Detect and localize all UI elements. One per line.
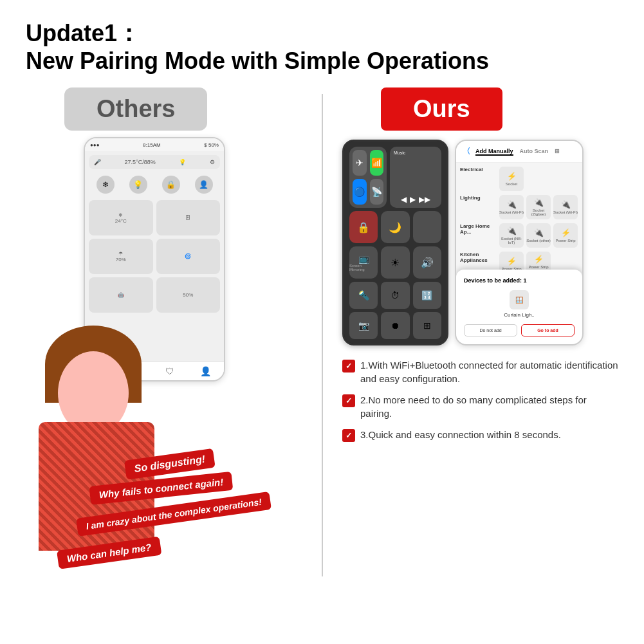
page-title: Update1： New Pairing Mode with Simple Op… xyxy=(26,19,618,75)
power-strip-item[interactable]: ⚡ Power Strip xyxy=(553,223,578,248)
checkmark-3: ✓ xyxy=(345,430,352,441)
cc-bottom-rows: 🔦 ⏱ 🔢 📷 ⏺ ⊞ xyxy=(349,282,441,339)
wifi-toggle[interactable]: 📶 xyxy=(370,150,384,176)
airplane-toggle[interactable]: ✈ xyxy=(353,150,367,176)
checkmark-2: ✓ xyxy=(345,396,352,407)
scan-icon: ⊞ xyxy=(555,148,560,156)
right-phones: ✈ 📶 🔵 📡 Music xyxy=(342,140,618,345)
next-icon[interactable]: ▶▶ xyxy=(419,195,430,204)
am-tabs: Add Manually Auto Scan ⊞ xyxy=(475,148,560,156)
page: Update1： New Pairing Mode with Simple Op… xyxy=(0,0,644,644)
calc-btn[interactable]: 🔢 xyxy=(413,282,441,309)
add-device-dialog: Devices to be added: 1 🪟 Curtain Ligh.. … xyxy=(456,270,582,344)
orientation-lock-btn[interactable]: 🔒 xyxy=(349,211,378,243)
grid-item-extra2: 50% xyxy=(156,277,221,313)
icon-ac: ❄ xyxy=(97,176,115,194)
fridge-icon: 🗄 xyxy=(185,215,190,221)
bluetooth-toggle-active[interactable]: 🔵 xyxy=(353,179,367,205)
icon-security: 🔒 xyxy=(162,176,180,194)
checkbox-1: ✓ xyxy=(342,360,355,373)
weather-text: 27.5°C/88% xyxy=(125,159,156,165)
socket-icon: ⚡ xyxy=(507,172,517,181)
network-toggles: ✈ 📶 🔵 📡 xyxy=(349,147,387,208)
am-content: Electrical ⚡ Socket Lighting xyxy=(456,163,582,284)
fan-icon: ☂ xyxy=(118,251,123,257)
power-strip2-icon: ⚡ xyxy=(507,257,517,266)
add-manually-phone: 〈 Add Manually Auto Scan ⊞ Electrical xyxy=(455,140,584,345)
phone-icons-row: ❄ 💡 🔒 👤 xyxy=(89,173,220,196)
right-side: Ours ✈ 📶 xyxy=(323,87,618,615)
socket-wifi-item[interactable]: 🔌 Socket (Wi-Fi) xyxy=(499,195,524,219)
brightness-btn[interactable]: ☀ xyxy=(381,246,409,279)
dialog-device: 🪟 Curtain Ligh.. xyxy=(464,290,575,318)
feature-text-2: 2.No more need to do so many complicated… xyxy=(360,393,618,420)
socket-item[interactable]: ⚡ Socket xyxy=(499,167,524,191)
empty-btn1 xyxy=(413,211,441,243)
grid-item-washer: 🌀 xyxy=(156,239,221,274)
socket-nblot-item[interactable]: 🔌 Socket (NB-IoT) xyxy=(499,223,524,248)
screen-mirror-btn[interactable]: 📺 Screen Mirroring xyxy=(349,246,378,279)
socket-zigbee-icon: 🔌 xyxy=(534,198,544,207)
control-center-phone: ✈ 📶 🔵 📡 Music xyxy=(342,140,448,345)
others-badge: Others xyxy=(26,87,322,137)
socket-wifi2-icon: 🔌 xyxy=(561,200,571,209)
percent-icon: 50% xyxy=(183,292,193,298)
music-widget: Music ◀ ▶ ▶▶ xyxy=(390,147,441,208)
torch-btn[interactable]: 🔦 xyxy=(349,282,378,309)
left-side: Others ●●● 8:15AM $ 50% 🎤 27.5°C/88% 💡 ⚙ xyxy=(26,87,322,615)
feature-text-1: 1.With WiFi+Bluetooth connected for auto… xyxy=(360,358,618,385)
timer-btn[interactable]: ⏱ xyxy=(381,282,409,309)
others-label: Others xyxy=(97,95,175,122)
feature-item-3: ✓ 3.Quick and easy connection within 8 s… xyxy=(342,428,618,442)
category-large: Large Home Ap... 🔌 Socket (NB-IoT) 🔌 Soc… xyxy=(460,223,578,248)
camera-btn[interactable]: 📷 xyxy=(349,312,378,339)
phone-grid: ❄ 24°C 🗄 ☂ 70% 🌀 xyxy=(89,200,220,313)
large-items: 🔌 Socket (NB-IoT) 🔌 Socket (other) ⚡ Pow xyxy=(499,223,578,248)
grid-item-fridge: 🗄 xyxy=(156,200,221,235)
socket-other-item[interactable]: 🔌 Socket (other) xyxy=(526,223,551,248)
socket-wifi2-item[interactable]: 🔌 Socket (Wi-Fi) xyxy=(553,195,578,219)
lamp-icon: 💡 xyxy=(179,159,186,165)
features-list: ✓ 1.With WiFi+Bluetooth connected for au… xyxy=(342,358,618,442)
music-label: Music xyxy=(394,151,437,155)
lighting-items: 🔌 Socket (Wi-Fi) 🔌 Socket (Zigbee) 🔌 So xyxy=(499,195,578,219)
prev-icon[interactable]: ◀ xyxy=(401,195,407,204)
tab-add-manually[interactable]: Add Manually xyxy=(475,148,513,156)
volume-btn[interactable]: 🔊 xyxy=(413,246,441,279)
main-content: Others ●●● 8:15AM $ 50% 🎤 27.5°C/88% 💡 ⚙ xyxy=(26,87,618,615)
feature-item-1: ✓ 1.With WiFi+Bluetooth connected for au… xyxy=(342,358,618,385)
back-button[interactable]: 〈 xyxy=(463,146,470,157)
icon-light: 💡 xyxy=(129,176,147,194)
qr-btn[interactable]: ⊞ xyxy=(413,312,441,339)
power-strip-icon: ⚡ xyxy=(561,228,571,237)
airdrop-toggle[interactable]: 📡 xyxy=(370,179,384,205)
cc-icons-grid: 🔒 🌙 📺 Screen Mirroring ☀ 🔊 xyxy=(349,211,441,279)
device-icon: 🪟 xyxy=(510,290,529,309)
feature-item-2: ✓ 2.No more need to do so many complicat… xyxy=(342,393,618,420)
washer-icon: 🌀 xyxy=(185,253,191,259)
record-btn[interactable]: ⏺ xyxy=(381,312,409,339)
play-icon[interactable]: ▶ xyxy=(410,195,416,204)
tab-auto-scan[interactable]: Auto Scan xyxy=(520,148,549,156)
robot-icon: 🤖 xyxy=(118,292,124,298)
microphone-icon: 🎤 xyxy=(94,159,101,165)
dialog-buttons: Do not add Go to add xyxy=(464,324,575,336)
status-dots: ●●● xyxy=(90,142,100,148)
checkbox-3: ✓ xyxy=(342,429,355,442)
weather-bar: 🎤 27.5°C/88% 💡 ⚙ xyxy=(89,155,220,169)
socket-nblot-icon: 🔌 xyxy=(507,226,517,235)
moon-btn[interactable]: 🌙 xyxy=(381,211,409,243)
grid-item-fan: ☂ 70% xyxy=(89,239,153,274)
icon-user: 👤 xyxy=(195,176,213,194)
do-not-add-button[interactable]: Do not add xyxy=(464,324,517,336)
ours-badge-container: Ours xyxy=(342,87,618,140)
power-strip-wifi-icon: ⚡ xyxy=(534,255,544,264)
socket-zigbee-item[interactable]: 🔌 Socket (Zigbee) xyxy=(526,195,551,219)
header: Update1： New Pairing Mode with Simple Op… xyxy=(26,19,618,75)
go-to-add-button[interactable]: Go to add xyxy=(521,324,575,336)
checkmark-1: ✓ xyxy=(345,361,352,372)
category-lighting: Lighting 🔌 Socket (Wi-Fi) 🔌 Socket (Zigb… xyxy=(460,195,578,219)
status-battery: $ 50% xyxy=(204,142,219,148)
checkbox-2: ✓ xyxy=(342,394,355,407)
ac-icon: ❄ xyxy=(118,212,123,218)
